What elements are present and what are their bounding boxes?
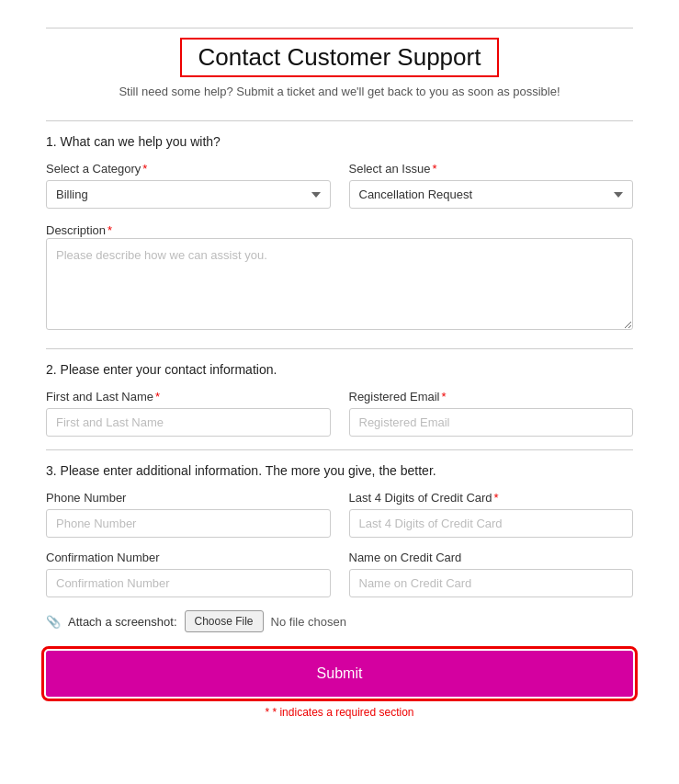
credit-digits-required-star: * [494, 491, 499, 505]
phone-input[interactable] [46, 509, 331, 538]
email-required-star: * [442, 390, 447, 403]
attach-icon: 📎 [46, 615, 61, 629]
no-file-text: No file chosen [271, 615, 346, 629]
issue-select[interactable]: Cancellation Request Refund Upgrade Down… [349, 180, 634, 209]
page-title: Contact Customer Support [180, 38, 500, 77]
email-input[interactable] [349, 408, 634, 437]
section1-title: 1. What can we help you with? [46, 134, 633, 149]
required-star-note: * [265, 706, 269, 719]
credit-name-input[interactable] [349, 569, 634, 597]
confirmation-label: Confirmation Number [46, 551, 331, 564]
issue-required-star: * [432, 162, 436, 176]
description-textarea[interactable] [46, 238, 633, 330]
submit-button[interactable]: Submit [46, 651, 633, 697]
description-required-star: * [108, 223, 112, 237]
credit-name-label: Name on Credit Card [349, 551, 634, 564]
credit-digits-input[interactable] [349, 509, 634, 538]
category-select[interactable]: Billing Technical Account Other [46, 180, 331, 209]
attach-label: Attach a screenshot: [68, 615, 177, 629]
section2-title: 2. Please enter your contact information… [46, 362, 633, 377]
confirmation-input[interactable] [46, 569, 331, 597]
email-label: Registered Email* [349, 390, 634, 403]
firstname-label: First and Last Name* [46, 390, 331, 403]
page-subtitle: Still need some help? Submit a ticket an… [46, 85, 633, 98]
category-label: Select a Category* [46, 162, 331, 176]
section3-title: 3. Please enter additional information. … [46, 463, 633, 478]
firstname-required-star: * [155, 390, 160, 403]
required-note: * * indicates a required section [46, 706, 633, 719]
phone-label: Phone Number [46, 491, 331, 505]
credit-digits-label: Last 4 Digits of Credit Card* [349, 491, 634, 505]
description-label: Description* [46, 223, 112, 237]
firstname-input[interactable] [46, 408, 331, 437]
issue-label: Select an Issue* [349, 162, 634, 176]
choose-file-button[interactable]: Choose File [185, 610, 264, 632]
category-required-star: * [142, 162, 147, 176]
